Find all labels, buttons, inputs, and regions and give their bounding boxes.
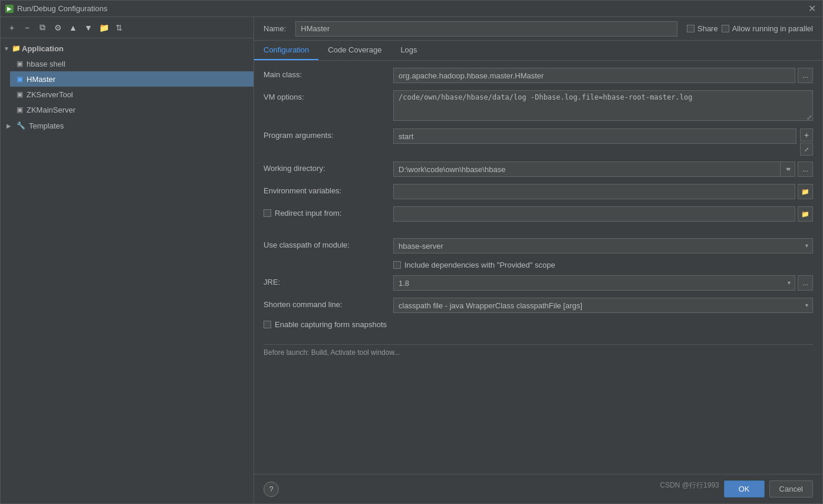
- jre-select[interactable]: 1.8: [393, 275, 795, 291]
- program-args-add-button[interactable]: +: [800, 129, 813, 141]
- shorten-cmd-control: classpath file - java WrapperClass class…: [393, 298, 813, 313]
- capture-checkbox[interactable]: [264, 321, 271, 328]
- tree-item-templates[interactable]: ▶ 🔧 Templates: [1, 117, 254, 134]
- jre-control: 1.8 ...: [393, 275, 813, 291]
- shorten-cmd-select[interactable]: classpath file - java WrapperClass class…: [393, 298, 813, 313]
- program-args-input[interactable]: [393, 129, 796, 144]
- share-checkbox-label[interactable]: Share: [687, 24, 718, 33]
- tree-item-hmaster[interactable]: ▣ HMaster: [10, 71, 254, 87]
- app-icon: ▶: [5, 5, 14, 13]
- tabs: Configuration Code Coverage Logs: [254, 41, 822, 61]
- application-children: ▣ hbase shell ▣ HMaster ▣ ZKServerTool ▣…: [1, 56, 254, 117]
- main-content: + − ⧉ ⚙ ▲ ▼ 📁 ⇅ ▼ 📁 Application ▣: [1, 17, 822, 503]
- bottom-bar: ? CSDN @行行1993 OK Cancel: [254, 474, 822, 503]
- jre-select-wrapper: 1.8: [393, 275, 795, 291]
- classpath-row: Use classpath of module: hbase-server: [264, 238, 813, 255]
- env-vars-control: 📁: [393, 184, 813, 199]
- window-title: Run/Debug Configurations: [17, 4, 107, 13]
- working-dir-label: Working directory:: [264, 162, 393, 173]
- shorten-cmd-label: Shorten command line:: [264, 298, 393, 309]
- tree-item-zkservertool[interactable]: ▣ ZKServerTool: [10, 87, 254, 102]
- remove-button[interactable]: −: [21, 21, 34, 34]
- run-debug-window: ▶ Run/Debug Configurations ✕ + − ⧉ ⚙ ▲ ▼…: [0, 0, 823, 504]
- share-checkbox[interactable]: [687, 25, 694, 32]
- tab-logs[interactable]: Logs: [391, 41, 426, 60]
- tab-configuration[interactable]: Configuration: [254, 41, 318, 60]
- include-deps-label: Include dependencies with "Provided" sco…: [404, 261, 555, 269]
- hbase-shell-label: hbase shell: [27, 60, 65, 68]
- env-vars-label: Environment variables:: [264, 184, 393, 195]
- classpath-select-wrapper: hbase-server: [393, 238, 813, 253]
- move-down-button[interactable]: ▼: [82, 21, 95, 34]
- tab-code-coverage[interactable]: Code Coverage: [318, 41, 391, 60]
- program-args-control: + ⤢: [393, 129, 813, 156]
- separator-1: [264, 229, 813, 238]
- close-button[interactable]: ✕: [806, 3, 818, 15]
- jre-browse-button[interactable]: ...: [798, 275, 813, 291]
- vm-options-input[interactable]: /code/own/hbase/hbase/data/log -Dhbase.l…: [393, 90, 813, 121]
- shorten-cmd-row: Shorten command line: classpath file - j…: [264, 298, 813, 314]
- vm-options-row: VM options: /code/own/hbase/hbase/data/l…: [264, 90, 813, 123]
- vm-options-label: VM options:: [264, 90, 393, 101]
- hbase-shell-icon: ▣: [15, 59, 24, 68]
- templates-label: Templates: [29, 121, 64, 130]
- classpath-select[interactable]: hbase-server: [393, 238, 813, 253]
- tree-item-hbase-shell[interactable]: ▣ hbase shell: [10, 56, 254, 71]
- before-launch-section: Before launch: Build, Activate tool wind…: [264, 344, 813, 357]
- include-deps-row: Include dependencies with "Provided" sco…: [393, 261, 813, 269]
- classpath-control: hbase-server: [393, 238, 813, 253]
- env-vars-browse-button[interactable]: 📁: [798, 184, 813, 199]
- titlebar: ▶ Run/Debug Configurations ✕: [1, 1, 822, 17]
- working-dir-input[interactable]: [393, 162, 795, 177]
- main-class-input[interactable]: [393, 68, 795, 83]
- allow-parallel-checkbox[interactable]: [722, 25, 729, 32]
- name-input[interactable]: [295, 21, 677, 37]
- separator-2: [264, 335, 813, 344]
- capture-label: Enable capturing form snapshots: [275, 320, 387, 329]
- vm-options-wrap: /code/own/hbase/hbase/data/log -Dhbase.l…: [393, 90, 813, 123]
- edit-button[interactable]: ⚙: [51, 21, 64, 34]
- add-button[interactable]: +: [5, 21, 18, 34]
- env-vars-row: Environment variables: 📁: [264, 184, 813, 200]
- tree-group-application[interactable]: ▼ 📁 Application: [1, 41, 254, 56]
- bottom-left: ?: [264, 482, 279, 497]
- main-class-control: ...: [393, 68, 813, 83]
- top-bar: Name: Share Allow running in parallel: [254, 17, 822, 41]
- allow-parallel-checkbox-label[interactable]: Allow running in parallel: [722, 24, 813, 33]
- program-args-expand-button[interactable]: ⤢: [800, 143, 813, 156]
- program-args-label: Program arguments:: [264, 129, 393, 140]
- vm-options-expand-button[interactable]: ⤢: [806, 114, 812, 121]
- working-dir-dropdown[interactable]: ▼: [780, 162, 795, 177]
- sort-button[interactable]: ⇅: [113, 21, 126, 34]
- ok-button[interactable]: OK: [724, 480, 765, 498]
- help-button[interactable]: ?: [264, 482, 279, 497]
- jre-label: JRE:: [264, 275, 393, 286]
- copy-button[interactable]: ⧉: [36, 21, 49, 34]
- working-dir-browse-button[interactable]: ...: [798, 162, 813, 177]
- watermark: CSDN @行行1993: [660, 480, 719, 498]
- before-launch-label: Before launch: Build, Activate tool wind…: [264, 348, 400, 357]
- tree-item-zkmainserver[interactable]: ▣ ZKMainServer: [10, 102, 254, 117]
- shorten-cmd-select-wrapper: classpath file - java WrapperClass class…: [393, 298, 813, 313]
- program-args-row: Program arguments: + ⤢: [264, 129, 813, 156]
- move-up-button[interactable]: ▲: [67, 21, 80, 34]
- redirect-checkbox[interactable]: [264, 209, 271, 217]
- templates-wrench-icon: 🔧: [16, 121, 25, 130]
- redirect-input-label: Redirect input from:: [264, 206, 393, 218]
- expand-arrow-templates: ▶: [5, 122, 12, 129]
- capture-row: Enable capturing form snapshots: [264, 320, 813, 329]
- include-deps-checkbox[interactable]: [393, 261, 401, 269]
- redirect-input-row: Redirect input from: 📁: [264, 206, 813, 223]
- jre-row: JRE: 1.8 ...: [264, 275, 813, 292]
- cancel-button[interactable]: Cancel: [769, 480, 813, 498]
- tree: ▼ 📁 Application ▣ hbase shell ▣ HMaster …: [1, 38, 254, 503]
- zkmainserver-icon: ▣: [15, 105, 24, 114]
- folder-button[interactable]: 📁: [97, 21, 110, 34]
- env-vars-field[interactable]: [393, 184, 795, 199]
- working-dir-row: Working directory: ▼ ...: [264, 162, 813, 178]
- redirect-browse-button[interactable]: 📁: [798, 206, 813, 222]
- zkservertool-label: ZKServerTool: [27, 90, 73, 99]
- main-class-browse-button[interactable]: ...: [798, 68, 813, 83]
- redirect-input-field[interactable]: [393, 206, 795, 222]
- toolbar: + − ⧉ ⚙ ▲ ▼ 📁 ⇅: [1, 17, 254, 38]
